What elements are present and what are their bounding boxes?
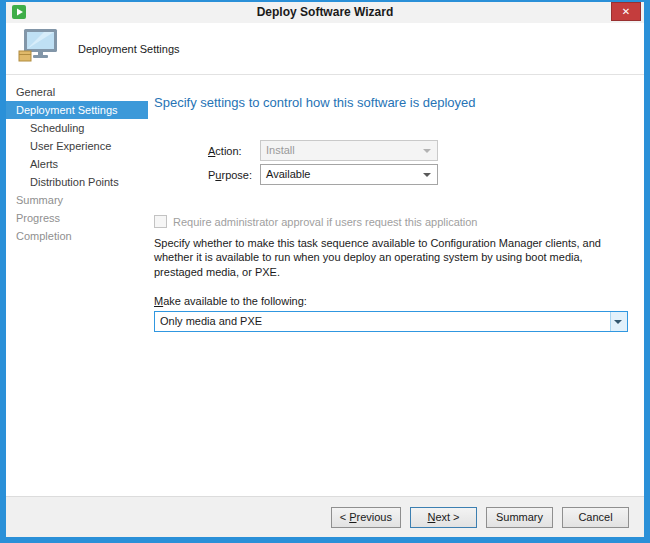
sidebar-item-completion: Completion (6, 227, 148, 245)
wizard-step-sidebar: General Deployment Settings Scheduling U… (6, 75, 148, 496)
task-sequence-description: Specify whether to make this task sequen… (154, 236, 628, 279)
page-title: Specify settings to control how this sof… (154, 95, 628, 110)
previous-button[interactable]: < Previous (331, 507, 401, 528)
header-step-title: Deployment Settings (78, 43, 180, 55)
sidebar-item-general[interactable]: General (6, 83, 148, 101)
wizard-header: Deployment Settings (6, 23, 644, 75)
chevron-down-icon (423, 173, 431, 177)
make-available-dropdown[interactable]: Only media and PXE (154, 311, 628, 332)
wizard-body: General Deployment Settings Scheduling U… (6, 75, 644, 496)
action-dropdown-value: Install (266, 144, 295, 156)
purpose-dropdown-value: Available (266, 168, 310, 180)
sidebar-item-deployment-settings[interactable]: Deployment Settings (6, 101, 148, 119)
deployment-settings-icon (18, 28, 62, 70)
titlebar: Deploy Software Wizard ✕ (6, 2, 644, 23)
purpose-label: Purpose: (208, 169, 260, 181)
sidebar-item-summary: Summary (6, 191, 148, 209)
sidebar-item-distribution-points[interactable]: Distribution Points (6, 173, 148, 191)
make-available-dropdown-value: Only media and PXE (160, 315, 262, 327)
purpose-dropdown[interactable]: Available (260, 164, 438, 185)
approval-checkbox-label: Require administrator approval if users … (173, 216, 478, 228)
approval-checkbox-row: Require administrator approval if users … (154, 215, 628, 228)
cancel-button[interactable]: Cancel (562, 507, 629, 528)
sidebar-item-alerts[interactable]: Alerts (6, 155, 148, 173)
action-label: Action: (208, 145, 260, 157)
sidebar-item-user-experience[interactable]: User Experience (6, 137, 148, 155)
make-available-label: Make available to the following: (154, 295, 628, 307)
next-button[interactable]: Next > (410, 507, 477, 528)
deploy-software-wizard-window: Deploy Software Wizard ✕ Deployment Sett… (0, 0, 650, 543)
approval-checkbox (154, 215, 167, 228)
sidebar-item-scheduling[interactable]: Scheduling (6, 119, 148, 137)
wizard-footer: < Previous Next > Summary Cancel (6, 496, 644, 537)
window-title: Deploy Software Wizard (6, 2, 644, 23)
action-dropdown: Install (260, 140, 438, 161)
chevron-down-icon (614, 320, 622, 324)
sidebar-item-progress: Progress (6, 209, 148, 227)
close-button[interactable]: ✕ (611, 2, 641, 21)
chevron-down-icon (423, 149, 431, 153)
deployment-form: Action: Install Purpose: Available (208, 140, 628, 185)
wizard-content: Specify settings to control how this sof… (148, 75, 644, 496)
summary-button[interactable]: Summary (486, 507, 553, 528)
